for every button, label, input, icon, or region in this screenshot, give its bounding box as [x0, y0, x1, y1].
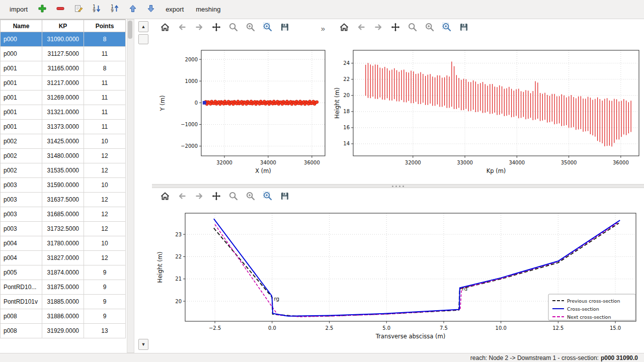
svg-text:X (m): X (m): [255, 167, 271, 174]
table-row[interactable]: p00231425.000010: [1, 134, 126, 149]
table-row[interactable]: p00831886.00009: [1, 309, 126, 324]
mpl-zoom-alt-button[interactable]: [244, 21, 258, 35]
mpl-zoom-rect-button[interactable]: [261, 190, 275, 204]
row-name: p002: [1, 163, 42, 178]
row-kp: 31127.5000: [42, 47, 84, 61]
mpl-back-button[interactable]: [175, 190, 189, 204]
move-down-button[interactable]: [144, 3, 158, 17]
scroll-up-button[interactable]: ▲: [138, 21, 148, 32]
mpl-zoom-button[interactable]: [226, 21, 240, 35]
zoom-alt-icon: [246, 22, 256, 34]
table-row[interactable]: PontRD101v31885.00009: [1, 295, 126, 309]
table-row[interactable]: p00031090.00008: [1, 32, 126, 47]
top-plots: 320003400036000−2000−1000010002000X (m)Y…: [152, 37, 644, 184]
header-name[interactable]: Name: [1, 20, 42, 32]
pan-icon: [211, 22, 221, 34]
application-window: import 1919 export meshing Name KP Point…: [0, 0, 644, 362]
mpl-pan-button[interactable]: [209, 190, 223, 204]
row-points: 13: [84, 324, 126, 338]
forward-icon: [373, 22, 383, 34]
move-up-button[interactable]: [126, 3, 140, 17]
panel-scrollbar-thumb[interactable]: [138, 34, 148, 44]
table-row[interactable]: p00131321.000011: [1, 105, 126, 120]
row-name: p003: [1, 178, 42, 193]
table-row[interactable]: p00031127.500011: [1, 47, 126, 61]
meshing-button[interactable]: meshing: [191, 4, 225, 15]
table-row[interactable]: p00331732.500012: [1, 222, 126, 236]
table-row[interactable]: p00131217.000011: [1, 76, 126, 90]
svg-text:−2.5: −2.5: [209, 325, 221, 331]
export-button[interactable]: export: [161, 4, 188, 15]
table-scrollbar[interactable]: [127, 19, 134, 353]
svg-text:1000: 1000: [185, 78, 198, 84]
row-points: 11: [84, 120, 126, 134]
row-points: 8: [84, 32, 126, 47]
row-kp: 31827.0000: [42, 251, 84, 265]
longitudinal-profile-chart[interactable]: 3200033000340003500036000141618202224Kp …: [331, 37, 644, 184]
mpl-save-button[interactable]: [278, 21, 292, 35]
sort-descending-button[interactable]: 19: [108, 3, 122, 17]
table-scrollbar-thumb[interactable]: [128, 21, 132, 39]
table-row[interactable]: p00131165.00008: [1, 61, 126, 76]
table-row[interactable]: p00131373.000011: [1, 120, 126, 134]
svg-text:20: 20: [343, 93, 350, 98]
plan-view-chart[interactable]: 320003400036000−2000−1000010002000X (m)Y…: [152, 37, 331, 184]
add-button[interactable]: [35, 3, 49, 17]
mpl-zoom-button[interactable]: [226, 190, 240, 204]
zoom-icon: [408, 22, 418, 34]
mpl-zoom-button[interactable]: [406, 21, 420, 35]
header-kp[interactable]: KP: [42, 20, 84, 32]
mpl-pan-button[interactable]: [388, 21, 403, 35]
mpl-zoom-alt-button[interactable]: [423, 21, 437, 35]
table-row[interactable]: p00331637.500012: [1, 193, 126, 207]
mpl-back-button[interactable]: [354, 21, 368, 35]
row-kp: 31480.0000: [42, 149, 84, 163]
table-row[interactable]: p00431827.000012: [1, 251, 126, 265]
table-row[interactable]: p00531874.00009: [1, 265, 126, 280]
row-points: 9: [84, 295, 126, 309]
svg-text:Cross-section: Cross-section: [567, 306, 599, 312]
svg-text:2.5: 2.5: [326, 325, 334, 331]
row-kp: 31885.0000: [42, 295, 84, 309]
edit-button[interactable]: [71, 3, 86, 17]
move-down-icon: [146, 4, 155, 15]
table-row[interactable]: PontRD10...31875.00009: [1, 280, 126, 295]
svg-text:36000: 36000: [304, 160, 320, 165]
row-points: 12: [84, 207, 126, 222]
table-row[interactable]: p00231480.000012: [1, 149, 126, 163]
header-points[interactable]: Points: [84, 20, 126, 32]
table-row[interactable]: p00431780.000010: [1, 236, 126, 251]
mpl-home-button[interactable]: [337, 21, 351, 35]
mpl-pan-button[interactable]: [209, 21, 223, 35]
mpl-back-button[interactable]: [175, 21, 189, 35]
zoom-rect-icon: [263, 22, 273, 34]
row-kp: 31373.0000: [42, 120, 84, 134]
status-cross-section: p000 31090.0: [601, 354, 638, 361]
mpl-save-button[interactable]: [278, 190, 292, 204]
mpl-home-button[interactable]: [158, 21, 172, 35]
mpl-home-button[interactable]: [158, 190, 172, 204]
row-points: 12: [84, 193, 126, 207]
cross-section-chart[interactable]: −2.50.02.55.07.510.012.515.020212223Tran…: [152, 206, 644, 353]
table-row[interactable]: p00331685.000012: [1, 207, 126, 222]
toolbar-overflow-button[interactable]: »: [321, 24, 325, 33]
table-row[interactable]: p00331590.000010: [1, 178, 126, 193]
mpl-zoom-alt-button[interactable]: [244, 190, 258, 204]
mpl-zoom-rect-button[interactable]: [440, 21, 454, 35]
mpl-zoom-rect-button[interactable]: [261, 21, 275, 35]
mpl-forward-button[interactable]: [192, 190, 206, 204]
scroll-down-button[interactable]: ▼: [138, 339, 148, 350]
sort-ascending-button[interactable]: 19: [90, 3, 104, 17]
panel-scrollbar: ▲ ▼: [134, 19, 152, 353]
splitter-handle[interactable]: [152, 184, 644, 188]
table-row[interactable]: p00131269.000011: [1, 90, 126, 105]
mpl-forward-button[interactable]: [371, 21, 385, 35]
table-row[interactable]: p00231535.000012: [1, 163, 126, 178]
remove-button[interactable]: [53, 3, 67, 17]
row-points: 10: [84, 134, 126, 149]
import-button[interactable]: import: [5, 4, 32, 15]
table-row[interactable]: p00831929.000013: [1, 324, 126, 338]
row-points: 9: [84, 280, 126, 295]
mpl-save-button[interactable]: [457, 21, 471, 35]
mpl-forward-button[interactable]: [192, 21, 206, 35]
